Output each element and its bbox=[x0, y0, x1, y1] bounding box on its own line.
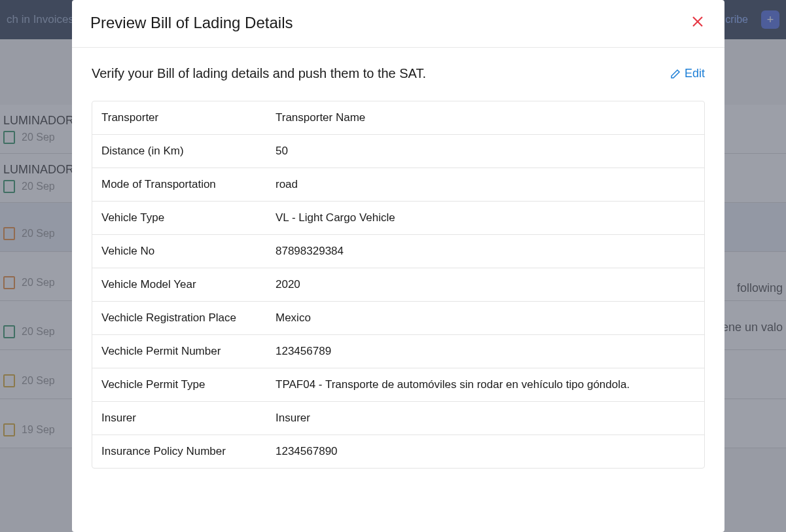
pencil-icon bbox=[670, 69, 681, 79]
table-row: Distance (in Km) 50 bbox=[92, 135, 704, 168]
row-value: Transporter Name bbox=[276, 111, 695, 124]
row-value: 87898329384 bbox=[276, 245, 695, 258]
row-value: road bbox=[276, 178, 695, 191]
modal-title: Preview Bill of Lading Details bbox=[90, 14, 293, 32]
table-row: Vehicle Type VL - Light Cargo Vehicle bbox=[92, 202, 704, 235]
table-row: Mode of Transportation road bbox=[92, 168, 704, 202]
table-row: Vechicle Permit Type TPAF04 - Transporte… bbox=[92, 368, 704, 402]
row-label: Vechicle Permit Number bbox=[101, 345, 276, 358]
row-label: Mode of Transportation bbox=[101, 178, 276, 191]
row-label: Insurer bbox=[101, 412, 276, 425]
row-label: Vechicle Registration Place bbox=[101, 311, 276, 325]
modal-header: Preview Bill of Lading Details bbox=[72, 0, 724, 48]
edit-button[interactable]: Edit bbox=[670, 67, 705, 80]
row-value: TPAF04 - Transporte de automóviles sin r… bbox=[276, 378, 695, 391]
row-value: VL - Light Cargo Vehicle bbox=[276, 211, 695, 224]
row-value: 50 bbox=[276, 145, 695, 158]
row-label: Vechicle Permit Type bbox=[101, 378, 276, 391]
table-row: Vechicle Registration Place Mexico bbox=[92, 302, 704, 335]
row-value: Mexico bbox=[276, 311, 695, 325]
row-label: Vehicle No bbox=[101, 245, 276, 258]
row-label: Insurance Policy Number bbox=[101, 445, 276, 458]
subtitle-row: Verify your Bill of lading details and p… bbox=[92, 66, 705, 81]
row-label: Vehicle Type bbox=[101, 211, 276, 224]
bill-of-lading-modal: Preview Bill of Lading Details Verify yo… bbox=[72, 0, 724, 532]
row-label: Transporter bbox=[101, 111, 276, 124]
row-value: 2020 bbox=[276, 278, 695, 291]
modal-body: Verify your Bill of lading details and p… bbox=[72, 48, 724, 487]
table-row: Vehicle Model Year 2020 bbox=[92, 268, 704, 302]
row-value: 123456789 bbox=[276, 345, 695, 358]
table-row: Insurance Policy Number 1234567890 bbox=[92, 435, 704, 468]
row-label: Vehicle Model Year bbox=[101, 278, 276, 291]
row-label: Distance (in Km) bbox=[101, 145, 276, 158]
row-value: 1234567890 bbox=[276, 445, 695, 458]
edit-label: Edit bbox=[685, 67, 705, 80]
table-row: Insurer Insurer bbox=[92, 402, 704, 435]
modal-subtitle: Verify your Bill of lading details and p… bbox=[92, 66, 426, 81]
table-row: Vehicle No 87898329384 bbox=[92, 235, 704, 268]
close-icon bbox=[692, 16, 704, 27]
table-row: Transporter Transporter Name bbox=[92, 101, 704, 135]
row-value: Insurer bbox=[276, 412, 695, 425]
table-row: Vechicle Permit Number 123456789 bbox=[92, 335, 704, 368]
details-table: Transporter Transporter Name Distance (i… bbox=[92, 101, 705, 469]
close-button[interactable] bbox=[689, 12, 706, 34]
